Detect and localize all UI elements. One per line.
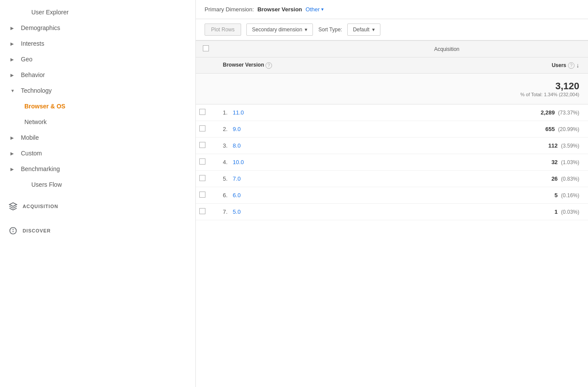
sidebar-label-interests: Interests [21,40,44,47]
total-users-cell: 3,120 % of Total: 1.34% (232,004) [427,74,588,104]
arrow-icon-geo: ▶ [10,57,17,62]
data-table: Acquisition Browser Version ? Users ? ↓ [196,40,588,220]
plot-rows-label: Plot Rows [211,27,235,33]
sidebar: User Explorer ▶ Demographics ▶ Interests… [0,0,196,387]
row-version-link-3[interactable]: 10.0 [233,159,244,165]
sidebar-label-custom: Custom [21,150,42,157]
table-row: 6. 6.0 5 (0.16%) [196,187,588,204]
sidebar-item-network[interactable]: Network [0,114,195,130]
row-checkbox-cell-2 [196,138,216,154]
chevron-down-icon: ▾ [321,7,324,12]
discover-label: DISCOVER [23,228,51,233]
row-checkbox-5[interactable] [199,192,205,198]
row-checkbox-cell-1 [196,121,216,138]
acquisition-col-label: Acquisition [434,46,460,52]
sidebar-label-behavior: Behavior [21,71,45,78]
table-row: 4. 10.0 32 (1.03%) [196,154,588,171]
arrow-icon-interests: ▶ [10,41,17,46]
acquisition-label: ACQUISITION [23,204,58,209]
row-users-count-6: 1 [554,209,558,215]
sidebar-item-user-explorer[interactable]: User Explorer [0,4,195,20]
row-checkbox-1[interactable] [199,125,205,131]
table-row: 2. 9.0 655 (20.99%) [196,121,588,138]
row-version-link-0[interactable]: 11.0 [233,109,244,116]
row-users-pct-2: (3.59%) [561,143,579,149]
th-checkbox2 [196,57,216,74]
sort-type-dropdown[interactable]: Default ▾ [347,24,380,36]
main-content: Primary Dimension: Browser Version Other… [196,0,588,387]
other-button[interactable]: Other ▾ [306,6,324,13]
row-checkbox-cell-3 [196,154,216,171]
sidebar-label-demographics: Demographics [21,24,60,31]
row-rank-2: 3. [216,138,229,154]
primary-dimension-bar: Primary Dimension: Browser Version Other… [196,0,588,19]
row-users-count-3: 32 [551,159,558,165]
discover-icon [7,225,19,237]
row-users-count-4: 26 [551,175,558,182]
row-checkbox-2[interactable] [199,142,205,148]
sidebar-label-geo: Geo [21,56,32,63]
browser-version-help-icon[interactable]: ? [265,62,272,69]
total-pct-value: % of Total: 1.34% (232,004) [434,92,580,97]
sidebar-item-benchmarking[interactable]: ▶ Benchmarking [0,161,195,177]
primary-dim-label: Primary Dimension: [205,6,254,13]
browser-version-col-label: Browser Version [223,62,264,68]
row-version-link-6[interactable]: 5.0 [233,209,241,215]
row-checkbox-4[interactable] [199,175,205,181]
row-checkbox-cell-0 [196,104,216,121]
row-users-count-2: 112 [548,142,558,149]
row-users-pct-4: (0.83%) [561,176,579,182]
row-version-4: 7.0 [229,171,427,187]
plot-rows-button[interactable]: Plot Rows [205,24,241,36]
sidebar-label-benchmarking: Benchmarking [21,165,60,172]
row-version-link-1[interactable]: 9.0 [233,126,241,132]
secondary-dimension-dropdown[interactable]: Secondary dimension ▾ [246,24,313,36]
row-users-pct-1: (20.99%) [558,126,579,132]
total-checkbox-cell [196,74,216,104]
row-version-link-4[interactable]: 7.0 [233,175,241,182]
arrow-icon-behavior: ▶ [10,73,17,77]
sort-arrow-icon: ↓ [576,62,579,69]
sidebar-item-custom[interactable]: ▶ Custom [0,145,195,161]
row-checkbox-3[interactable] [199,158,205,165]
sidebar-label-mobile: Mobile [21,134,39,141]
total-users-value: 3,120 [434,81,580,92]
row-users-1: 655 (20.99%) [427,121,588,138]
sidebar-item-mobile[interactable]: ▶ Mobile [0,130,195,145]
users-help-icon[interactable]: ? [568,62,575,69]
sidebar-item-interests[interactable]: ▶ Interests [0,36,195,51]
row-version-link-5[interactable]: 6.0 [233,192,241,199]
sidebar-item-behavior[interactable]: ▶ Behavior [0,67,195,83]
th-checkbox [196,41,216,57]
table-row: 1. 11.0 2,289 (73.37%) [196,104,588,121]
chevron-down-icon-sort: ▾ [372,27,375,33]
sidebar-item-technology[interactable]: ▼ Technology [0,83,195,98]
arrow-icon-custom: ▶ [10,151,17,156]
sidebar-label-user-explorer: User Explorer [31,9,69,16]
sort-type-label: Sort Type: [318,27,342,33]
sidebar-item-browser-os[interactable]: Browser & OS [0,98,195,114]
row-version-link-2[interactable]: 8.0 [233,142,241,149]
acquisition-section: ACQUISITION [0,196,195,217]
row-users-4: 26 (0.83%) [427,171,588,187]
sidebar-label-users-flow: Users Flow [31,181,62,188]
row-rank-6: 7. [216,204,229,220]
header-checkbox[interactable] [203,45,209,51]
row-users-pct-5: (0.16%) [561,192,579,199]
row-users-0: 2,289 (73.37%) [427,104,588,121]
sidebar-item-demographics[interactable]: ▶ Demographics [0,20,195,36]
row-users-5: 5 (0.16%) [427,187,588,204]
row-checkbox-cell-5 [196,187,216,204]
arrow-icon-benchmarking: ▶ [10,167,17,172]
row-checkbox-0[interactable] [199,109,205,115]
table-row: 3. 8.0 112 (3.59%) [196,138,588,154]
sidebar-item-users-flow[interactable]: Users Flow [0,177,195,192]
sidebar-item-geo[interactable]: ▶ Geo [0,51,195,67]
row-users-3: 32 (1.03%) [427,154,588,171]
chevron-down-icon-secondary: ▾ [305,27,307,33]
table-row: 7. 5.0 1 (0.03%) [196,204,588,220]
sidebar-label-browser-os: Browser & OS [24,103,65,110]
row-users-pct-6: (0.03%) [561,209,579,215]
th-browser-version [216,41,427,57]
row-checkbox-6[interactable] [199,208,205,214]
